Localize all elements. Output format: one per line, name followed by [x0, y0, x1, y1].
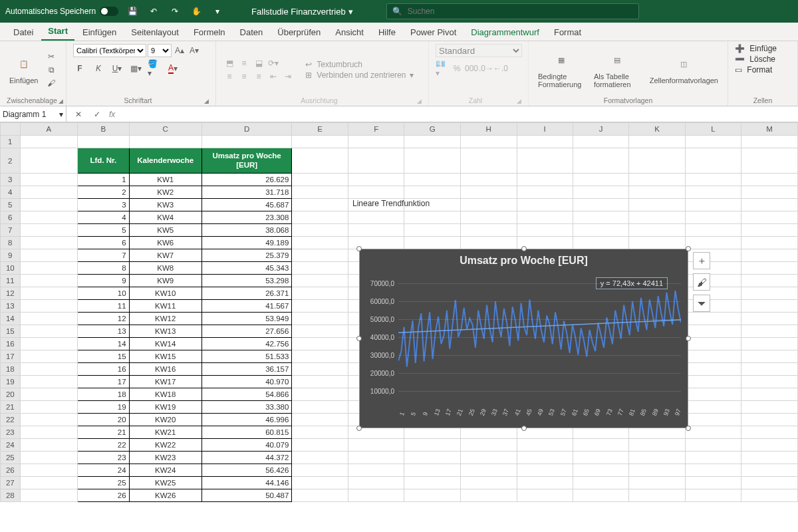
formula-input[interactable] [120, 106, 798, 122]
row-header[interactable]: 12 [1, 287, 21, 300]
column-header-row[interactable]: ABCDEFGHIJKLM [1, 123, 798, 136]
format-painter-icon[interactable]: 🖌 [45, 77, 58, 89]
more-qat-icon[interactable]: ▾ [210, 4, 225, 19]
decrease-decimal-icon[interactable]: ←.0 [494, 63, 507, 74]
format-as-table-button[interactable]: ▤Als Tabelle formatieren [591, 50, 643, 90]
row-header[interactable]: 10 [1, 262, 21, 275]
font-size-select[interactable]: 9 [148, 44, 172, 57]
tab-formeln[interactable]: Formeln [187, 24, 232, 41]
percent-icon[interactable]: % [450, 63, 464, 74]
table-row[interactable]: 42KW231.718 [1, 186, 798, 199]
insert-cells-button[interactable]: ➕ Einfüge [735, 44, 777, 53]
embedded-chart[interactable]: Umsatz pro Woche [EUR] y = 72,43x + 4241… [359, 249, 688, 428]
row-header[interactable]: 11 [1, 275, 21, 287]
tab-ueberpruefen[interactable]: Überprüfen [271, 24, 327, 41]
dialog-launcher-icon[interactable]: ◢ [417, 98, 422, 104]
row-header[interactable]: 24 [1, 439, 21, 452]
name-box[interactable]: Diagramm 1▾ [0, 106, 66, 122]
decrease-font-icon[interactable]: A▾ [188, 45, 201, 57]
row-header[interactable]: 15 [1, 325, 21, 338]
increase-decimal-icon[interactable]: .0→ [479, 63, 493, 74]
row-header[interactable]: 19 [1, 376, 21, 388]
italic-icon[interactable]: K [92, 63, 105, 74]
table-row[interactable]: 2Lfd. Nr.KalenderwocheUmsatz pro Woche [… [1, 148, 798, 174]
row-header[interactable]: 9 [1, 249, 21, 262]
align-center-icon[interactable]: ≡ [237, 70, 251, 82]
resize-handle[interactable] [686, 246, 691, 251]
row-header[interactable]: 6 [1, 211, 21, 224]
tab-format[interactable]: Format [547, 24, 588, 41]
bold-icon[interactable]: F [73, 63, 86, 74]
tab-ansicht[interactable]: Ansicht [329, 24, 370, 41]
row-header[interactable]: 27 [1, 477, 21, 489]
increase-font-icon[interactable]: A▴ [173, 45, 186, 57]
table-row[interactable]: 2422KW2240.079 [1, 439, 798, 452]
paste-button[interactable]: 📋 Einfügen [7, 54, 41, 86]
document-title[interactable]: Fallstudie Finanzvertrieb▾ [251, 7, 353, 17]
row-header[interactable]: 20 [1, 388, 21, 401]
table-row[interactable]: 86KW649.189 [1, 237, 798, 249]
resize-handle[interactable] [356, 246, 362, 251]
row-header[interactable]: 8 [1, 237, 21, 249]
merge-center-button[interactable]: ⊞ Verbinden und zentrieren ▾ [305, 70, 414, 80]
worksheet-grid[interactable]: ABCDEFGHIJKLM 12Lfd. Nr.KalenderwocheUms… [0, 122, 798, 532]
fx-icon[interactable]: fx [109, 110, 115, 119]
tab-powerpivot[interactable]: Power Pivot [404, 24, 463, 41]
row-header[interactable]: 5 [1, 199, 21, 211]
resize-handle[interactable] [521, 246, 527, 251]
search-input[interactable] [408, 7, 633, 16]
tab-datei[interactable]: Datei [7, 24, 40, 41]
delete-cells-button[interactable]: ➖ Lösche [735, 55, 775, 64]
dialog-launcher-icon[interactable]: ◢ [59, 98, 63, 104]
row-header[interactable]: 26 [1, 464, 21, 477]
wrap-text-button[interactable]: ↩ Textumbruch [305, 60, 414, 69]
chart-elements-button[interactable]: ＋ [693, 252, 710, 269]
increase-indent-icon[interactable]: ⇥ [281, 70, 295, 82]
row-header[interactable]: 25 [1, 452, 21, 464]
resize-handle[interactable] [521, 426, 527, 431]
cancel-icon[interactable]: ✕ [72, 108, 85, 120]
number-format-select[interactable]: Standard [436, 44, 522, 57]
fill-color-icon[interactable]: 🪣▾ [148, 63, 161, 74]
tab-diagrammentwurf[interactable]: Diagrammentwurf [464, 24, 546, 41]
autosave-toggle[interactable]: Automatisches Speichern [5, 7, 118, 16]
table-row[interactable]: 31KW126.629 [1, 174, 798, 186]
chart-plot-area[interactable] [398, 275, 681, 408]
row-header[interactable]: 4 [1, 186, 21, 199]
row-header[interactable]: 16 [1, 338, 21, 350]
row-header[interactable]: 3 [1, 174, 21, 186]
thousands-icon[interactable]: 000 [465, 63, 478, 74]
resize-handle[interactable] [686, 336, 691, 341]
format-cells-button[interactable]: ▭ Format [735, 65, 772, 74]
table-row[interactable]: 2624KW2456.426 [1, 464, 798, 477]
table-row[interactable]: 2826KW2650.487 [1, 489, 798, 502]
row-header[interactable]: 17 [1, 350, 21, 363]
decrease-indent-icon[interactable]: ⇤ [267, 70, 280, 82]
table-row[interactable]: 2725KW2544.146 [1, 477, 798, 489]
tab-daten[interactable]: Daten [233, 24, 270, 41]
align-left-icon[interactable]: ≡ [223, 70, 236, 82]
border-icon[interactable]: ▦▾ [129, 63, 142, 74]
orientation-icon[interactable]: ⟳▾ [267, 57, 280, 69]
dialog-launcher-icon[interactable]: ◢ [517, 98, 521, 104]
underline-icon[interactable]: U▾ [110, 63, 124, 74]
chart-styles-button[interactable]: 🖌 [693, 273, 710, 291]
search-box[interactable]: 🔍 [386, 3, 639, 19]
chart-title[interactable]: Umsatz pro Woche [EUR] [360, 249, 688, 269]
save-icon[interactable]: 💾 [125, 4, 140, 19]
row-header[interactable]: 13 [1, 300, 21, 313]
font-name-select[interactable]: Calibri (Textkörper) [73, 44, 146, 57]
currency-icon[interactable]: 💶▾ [436, 63, 449, 74]
touch-mode-icon[interactable]: ✋ [189, 4, 203, 19]
row-header[interactable]: 23 [1, 426, 21, 439]
row-header[interactable]: 18 [1, 363, 21, 376]
dialog-launcher-icon[interactable]: ◢ [204, 98, 209, 104]
redo-icon[interactable]: ↷ [168, 4, 182, 19]
row-header[interactable]: 1 [1, 136, 21, 148]
row-header[interactable]: 2 [1, 148, 21, 174]
align-right-icon[interactable]: ≡ [252, 70, 265, 82]
table-row[interactable]: 64KW423.308 [1, 211, 798, 224]
row-header[interactable]: 28 [1, 489, 21, 502]
row-header[interactable]: 21 [1, 401, 21, 414]
copy-icon[interactable]: ⧉ [45, 64, 58, 76]
